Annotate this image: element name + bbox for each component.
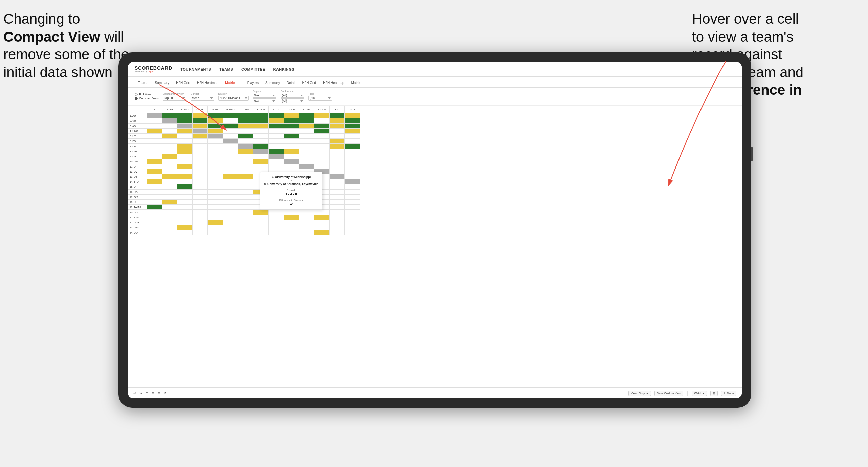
matrix-cell[interactable] <box>208 118 223 124</box>
subtab-h2h-grid[interactable]: H2H Grid <box>173 79 194 87</box>
matrix-cell[interactable] <box>238 220 253 225</box>
matrix-cell[interactable] <box>147 215 162 220</box>
matrix-cell[interactable] <box>345 113 360 118</box>
matrix-cell[interactable] <box>284 164 299 169</box>
matrix-cell[interactable] <box>208 159 223 164</box>
matrix-cell[interactable] <box>345 129 360 134</box>
matrix-cell[interactable] <box>162 220 177 225</box>
matrix-cell[interactable] <box>330 179 345 184</box>
matrix-cell[interactable] <box>269 118 284 124</box>
matrix-cell[interactable] <box>193 200 208 205</box>
matrix-cell[interactable] <box>253 134 269 139</box>
matrix-cell[interactable] <box>177 195 193 200</box>
matrix-cell[interactable] <box>269 149 284 154</box>
matrix-cell[interactable] <box>177 118 193 124</box>
matrix-cell[interactable] <box>193 205 208 210</box>
matrix-cell[interactable] <box>162 154 177 159</box>
matrix-cell[interactable] <box>330 164 345 169</box>
matrix-cell[interactable] <box>253 220 269 225</box>
matrix-cell[interactable] <box>253 215 269 220</box>
matrix-cell[interactable] <box>147 113 162 118</box>
subtab-h2h-heatmap[interactable]: H2H Heatmap <box>194 79 222 87</box>
matrix-cell[interactable] <box>345 220 360 225</box>
matrix-cell[interactable] <box>208 190 223 195</box>
matrix-cell[interactable] <box>314 164 330 169</box>
matrix-cell[interactable] <box>299 215 314 220</box>
matrix-cell[interactable] <box>193 190 208 195</box>
matrix-cell[interactable] <box>299 220 314 225</box>
matrix-cell[interactable] <box>147 220 162 225</box>
matrix-cell[interactable] <box>330 184 345 190</box>
matrix-cell[interactable] <box>162 129 177 134</box>
matrix-cell[interactable] <box>238 195 253 200</box>
matrix-cell[interactable] <box>193 164 208 169</box>
subtab-detail[interactable]: Detail <box>283 79 299 87</box>
subtab-teams[interactable]: Teams <box>135 79 151 87</box>
matrix-cell[interactable] <box>193 225 208 230</box>
matrix-cell[interactable] <box>193 124 208 129</box>
matrix-cell[interactable] <box>284 139 299 144</box>
matrix-cell[interactable] <box>253 129 269 134</box>
matrix-cell[interactable] <box>223 210 238 215</box>
matrix-cell[interactable] <box>193 195 208 200</box>
subtab-h2h-grid2[interactable]: H2H Grid <box>298 79 319 87</box>
matrix-cell[interactable] <box>299 129 314 134</box>
matrix-cell[interactable] <box>330 124 345 129</box>
nav-committee[interactable]: COMMITTEE <box>241 67 265 72</box>
full-view-radio[interactable] <box>135 93 138 96</box>
subtab-h2h-heatmap2[interactable]: H2H Heatmap <box>319 79 348 87</box>
matrix-cell[interactable] <box>284 154 299 159</box>
matrix-cell[interactable] <box>147 144 162 149</box>
matrix-cell[interactable] <box>162 205 177 210</box>
matrix-cell[interactable] <box>208 134 223 139</box>
matrix-cell[interactable] <box>162 164 177 169</box>
matrix-cell[interactable] <box>208 124 223 129</box>
matrix-cell[interactable] <box>345 118 360 124</box>
matrix-cell[interactable] <box>238 159 253 164</box>
matrix-cell[interactable] <box>238 129 253 134</box>
nav-rankings[interactable]: RANKINGS <box>273 67 294 72</box>
matrix-cell[interactable] <box>253 159 269 164</box>
matrix-cell[interactable] <box>162 139 177 144</box>
matrix-cell[interactable] <box>177 225 193 230</box>
matrix-cell[interactable] <box>193 113 208 118</box>
matrix-cell[interactable] <box>147 190 162 195</box>
matrix-cell[interactable] <box>299 113 314 118</box>
matrix-cell[interactable] <box>284 225 299 230</box>
matrix-cell[interactable] <box>177 159 193 164</box>
filter-division-select[interactable]: NCAA Division I <box>218 96 249 101</box>
matrix-cell[interactable] <box>147 179 162 184</box>
matrix-cell[interactable] <box>345 190 360 195</box>
matrix-cell[interactable] <box>284 159 299 164</box>
matrix-cell[interactable] <box>314 159 330 164</box>
matrix-cell[interactable] <box>299 118 314 124</box>
matrix-cell[interactable] <box>177 164 193 169</box>
matrix-cell[interactable] <box>223 118 238 124</box>
matrix-cell[interactable] <box>147 164 162 169</box>
matrix-cell[interactable] <box>345 210 360 215</box>
matrix-cell[interactable] <box>238 205 253 210</box>
matrix-cell[interactable] <box>223 164 238 169</box>
matrix-cell[interactable] <box>193 184 208 190</box>
matrix-cell[interactable] <box>269 124 284 129</box>
matrix-cell[interactable] <box>193 179 208 184</box>
matrix-cell[interactable] <box>330 205 345 210</box>
matrix-cell[interactable] <box>238 179 253 184</box>
matrix-cell[interactable] <box>269 230 284 235</box>
matrix-cell[interactable] <box>177 220 193 225</box>
matrix-cell[interactable] <box>193 169 208 174</box>
matrix-cell[interactable] <box>193 220 208 225</box>
matrix-cell[interactable] <box>253 149 269 154</box>
matrix-cell[interactable] <box>284 124 299 129</box>
matrix-cell[interactable] <box>330 118 345 124</box>
matrix-cell[interactable] <box>330 190 345 195</box>
matrix-cell[interactable] <box>223 159 238 164</box>
matrix-cell[interactable] <box>162 174 177 179</box>
matrix-cell[interactable] <box>147 124 162 129</box>
matrix-cell[interactable] <box>162 200 177 205</box>
subtab-matrix[interactable]: Matrix <box>222 79 238 87</box>
matrix-cell[interactable] <box>147 210 162 215</box>
matrix-cell[interactable] <box>147 195 162 200</box>
reset-icon[interactable]: ⊙ <box>146 391 148 395</box>
matrix-cell[interactable] <box>238 118 253 124</box>
